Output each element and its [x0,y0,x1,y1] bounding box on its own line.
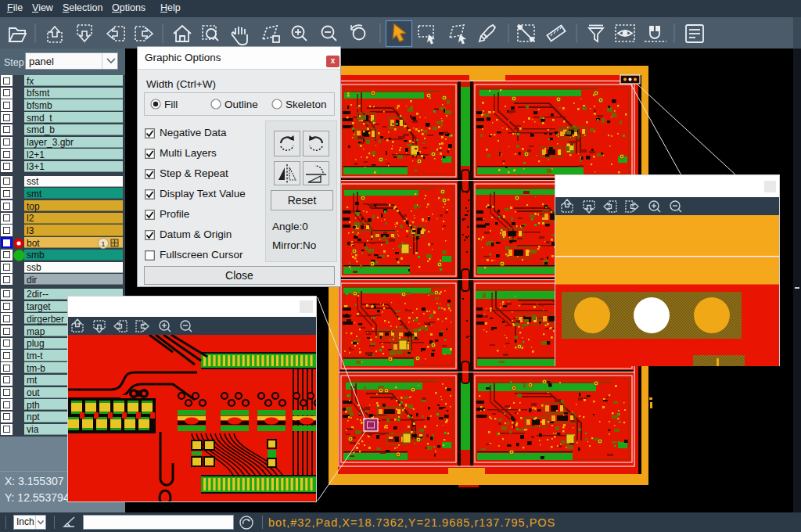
svg-text:1: 1 [101,239,105,247]
